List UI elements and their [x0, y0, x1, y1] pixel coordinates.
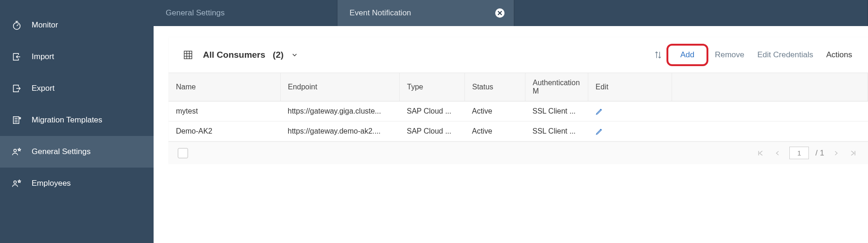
- pager: / 1: [755, 147, 859, 159]
- templates-icon: [11, 115, 22, 126]
- tabs-filler: [514, 0, 868, 26]
- cell-type: SAP Cloud ...: [399, 122, 464, 142]
- toolbar-title: All Consumers: [203, 50, 265, 60]
- edit-credentials-button[interactable]: Edit Credentials: [751, 47, 820, 62]
- next-page-icon[interactable]: [831, 149, 841, 157]
- cell-name: mytest: [168, 101, 280, 122]
- select-all-checkbox[interactable]: [178, 148, 188, 158]
- table-row[interactable]: Demo-AK2 https://gateway.demo-ak2.... SA…: [168, 122, 868, 142]
- toolbar-count: (2): [273, 50, 283, 60]
- sidebar-item-label: Employees: [32, 179, 71, 188]
- prev-page-icon[interactable]: [773, 149, 783, 157]
- chevron-down-icon[interactable]: [291, 51, 298, 59]
- toolbar: All Consumers (2) Add Remove Edit Creden…: [168, 37, 868, 73]
- remove-button[interactable]: Remove: [708, 47, 751, 62]
- sidebar-item-import[interactable]: Import: [0, 41, 154, 73]
- export-icon: [11, 83, 22, 94]
- sidebar-item-export[interactable]: Export: [0, 73, 154, 104]
- sidebar-item-label: Import: [32, 52, 54, 61]
- col-name[interactable]: Name: [168, 73, 280, 101]
- pencil-icon[interactable]: [595, 107, 664, 115]
- sidebar-item-migration-templates[interactable]: Migration Templates: [0, 104, 154, 136]
- pencil-icon[interactable]: [595, 127, 664, 135]
- sidebar-item-monitor[interactable]: Monitor: [0, 9, 154, 41]
- sidebar-item-label: Migration Templates: [32, 115, 102, 125]
- sidebar-item-general-settings[interactable]: General Settings: [0, 136, 154, 168]
- page-input[interactable]: [789, 147, 809, 159]
- sidebar-item-label: Export: [32, 84, 54, 93]
- cell-type: SAP Cloud ...: [399, 101, 464, 122]
- cell-endpoint: https://gateway.demo-ak2....: [280, 122, 399, 142]
- cell-auth: SSL Client ...: [525, 101, 588, 122]
- sort-icon[interactable]: [653, 49, 664, 61]
- tab-label: General Settings: [166, 8, 225, 18]
- svg-point-9: [14, 149, 16, 152]
- import-icon: [11, 51, 22, 62]
- col-filler: [672, 73, 868, 101]
- cell-endpoint: https://gateway.giga.cluste...: [280, 101, 399, 122]
- cell-edit: [588, 122, 672, 142]
- tab-label: Event Notification: [350, 8, 411, 18]
- svg-line-1: [17, 24, 19, 26]
- col-status[interactable]: Status: [464, 73, 525, 101]
- tab-general-settings[interactable]: General Settings: [154, 0, 337, 26]
- tabs-bar: General Settings Event Notification: [154, 0, 868, 26]
- content-panel: All Consumers (2) Add Remove Edit Creden…: [168, 37, 868, 164]
- cell-status: Active: [464, 122, 525, 142]
- main-area: General Settings Event Notification All …: [154, 0, 868, 243]
- people-star-icon: [11, 178, 22, 189]
- grid-icon[interactable]: [182, 49, 194, 61]
- sidebar-item-label: Monitor: [32, 20, 58, 30]
- add-button[interactable]: Add: [674, 47, 701, 62]
- sidebar: Monitor Import Export Migration Template…: [0, 0, 154, 243]
- actions-button[interactable]: Actions: [820, 47, 859, 62]
- sidebar-item-label: General Settings: [32, 147, 91, 156]
- svg-rect-8: [20, 118, 21, 119]
- last-page-icon[interactable]: [848, 148, 859, 158]
- add-button-highlight: Add: [666, 44, 708, 66]
- cell-auth: SSL Client ...: [525, 122, 588, 142]
- stopwatch-icon: [11, 20, 22, 31]
- tab-event-notification[interactable]: Event Notification: [337, 0, 514, 26]
- col-type[interactable]: Type: [399, 73, 464, 101]
- col-auth[interactable]: Authentication M: [525, 73, 588, 101]
- table-footer: / 1: [168, 142, 868, 164]
- first-page-icon[interactable]: [755, 148, 766, 158]
- col-edit[interactable]: Edit: [588, 73, 672, 101]
- table-row[interactable]: mytest https://gateway.giga.cluste... SA…: [168, 101, 868, 122]
- cell-edit: [588, 101, 672, 122]
- sidebar-item-employees[interactable]: Employees: [0, 168, 154, 199]
- col-endpoint[interactable]: Endpoint: [280, 73, 399, 101]
- svg-rect-13: [184, 51, 192, 59]
- toolbar-left: All Consumers (2): [182, 49, 298, 61]
- svg-point-10: [14, 181, 16, 184]
- people-star-icon: [11, 146, 22, 157]
- cell-status: Active: [464, 101, 525, 122]
- cell-name: Demo-AK2: [168, 122, 280, 142]
- page-total: / 1: [815, 148, 824, 158]
- close-icon[interactable]: [495, 8, 505, 18]
- consumers-table: Name Endpoint Type Status Authentication…: [168, 73, 868, 142]
- content-wrap: All Consumers (2) Add Remove Edit Creden…: [154, 26, 868, 164]
